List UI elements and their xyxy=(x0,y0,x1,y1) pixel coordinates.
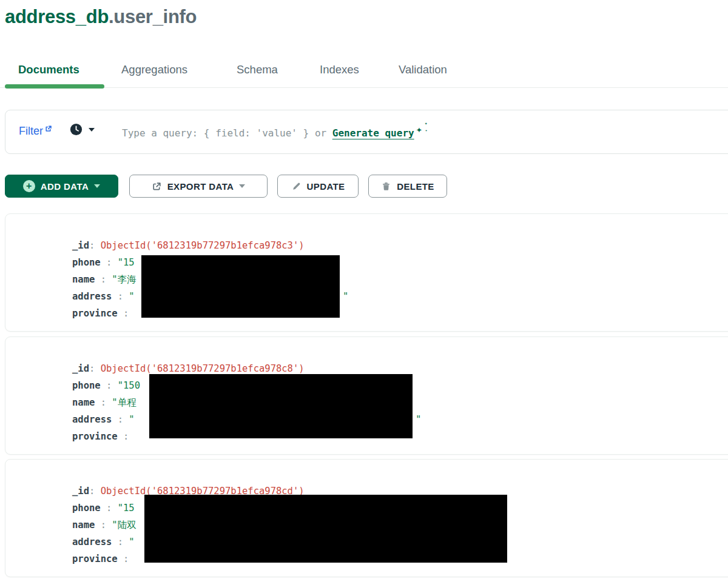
collection-view: address_db.user_info Documents Aggregati… xyxy=(0,0,728,579)
query-input[interactable]: Type a query: { field: 'value' } or Gene… xyxy=(122,124,430,139)
export-data-label: EXPORT DATA xyxy=(167,181,234,192)
document-field-address: address : " xyxy=(72,288,135,305)
document-field-name: name : "陆双 xyxy=(72,517,136,534)
database-name: address_db xyxy=(5,6,109,27)
document-field-phone: phone : "15 xyxy=(72,500,135,517)
query-placeholder-text: Type a query: { field: 'value' } or xyxy=(122,127,332,139)
tab-validation[interactable]: Validation xyxy=(399,63,447,76)
document-field-phone: phone : "15 xyxy=(72,254,135,271)
add-data-button[interactable]: + ADD DATA xyxy=(5,175,118,198)
document-field-address: address : " xyxy=(72,411,135,428)
address-closing-quote: " xyxy=(416,411,421,428)
document-field-province: province : xyxy=(72,428,135,445)
document-field-province: province : xyxy=(72,551,135,567)
redaction-box xyxy=(149,374,413,438)
tabs-divider xyxy=(0,87,728,88)
delete-label: DELETE xyxy=(397,181,434,192)
address-closing-quote: " xyxy=(343,288,348,305)
document-field-name: name : "单程 xyxy=(72,394,136,411)
pencil-icon xyxy=(291,181,302,192)
update-label: UPDATE xyxy=(307,181,345,192)
document-card[interactable]: _id: ObjectId('6812319b77297b1efca978c3'… xyxy=(5,213,728,332)
document-card[interactable]: _id: ObjectId('6812319b77297b1efca978c8'… xyxy=(5,336,728,455)
clock-icon xyxy=(69,122,83,136)
add-data-label: ADD DATA xyxy=(41,181,89,192)
document-field-name: name : "李海 xyxy=(72,271,136,288)
redaction-box xyxy=(144,495,507,563)
tab-documents[interactable]: Documents xyxy=(18,63,79,76)
objectid-value: ObjectId('6812319b77297b1efca978c8') xyxy=(101,363,305,374)
tab-schema[interactable]: Schema xyxy=(237,63,278,76)
update-button[interactable]: UPDATE xyxy=(277,175,359,198)
collection-name: user_info xyxy=(113,6,197,27)
document-card[interactable]: _id: ObjectId('6812319b77297b1efca978cd'… xyxy=(5,459,728,577)
query-history-button[interactable] xyxy=(69,122,95,136)
objectid-value: ObjectId('6812319b77297b1efca978c3') xyxy=(101,240,305,251)
external-link-icon xyxy=(44,125,52,133)
chevron-down-icon xyxy=(239,184,245,188)
page-title: address_db.user_info xyxy=(5,6,197,28)
chevron-down-icon xyxy=(89,128,95,132)
export-data-button[interactable]: EXPORT DATA xyxy=(129,175,268,198)
filter-link[interactable]: Filter xyxy=(19,125,52,138)
sparkle-icon: ✦✦✦ xyxy=(414,124,430,136)
generate-query-link[interactable]: Generate query xyxy=(332,127,414,139)
export-icon xyxy=(152,181,162,192)
document-field-id: _id: ObjectId('6812319b77297b1efca978c3'… xyxy=(72,237,305,254)
document-field-phone: phone : "150 xyxy=(72,377,140,394)
filter-link-label: Filter xyxy=(19,125,43,138)
document-field-address: address : " xyxy=(72,534,135,551)
delete-button[interactable]: DELETE xyxy=(368,175,447,198)
redaction-box xyxy=(141,255,340,318)
tab-aggregations[interactable]: Aggregations xyxy=(121,63,187,76)
chevron-down-icon xyxy=(94,184,100,188)
document-field-province: province : xyxy=(72,305,135,322)
active-tab-indicator xyxy=(5,84,104,89)
plus-circle-icon: + xyxy=(23,180,35,192)
query-bar[interactable]: Filter Type a query: { field: 'value' } … xyxy=(5,110,728,154)
tab-indexes[interactable]: Indexes xyxy=(320,63,359,76)
trash-icon xyxy=(381,181,391,192)
